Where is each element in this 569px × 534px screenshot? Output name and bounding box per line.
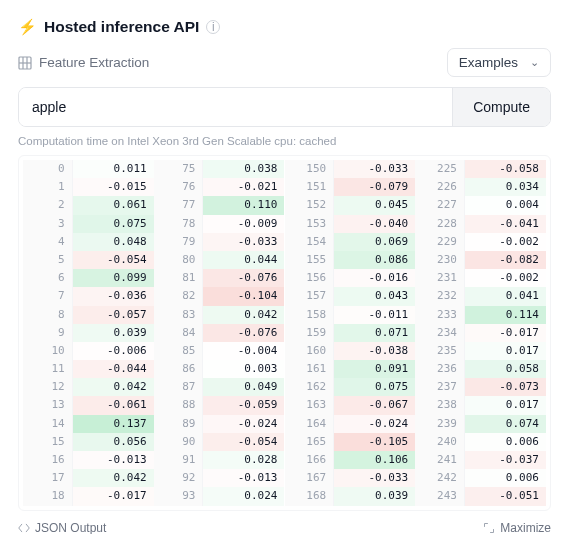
index-cell: 13: [23, 396, 73, 414]
index-cell: 11: [23, 360, 73, 378]
index-cell: 164: [285, 415, 335, 433]
index-cell: 18: [23, 487, 73, 505]
text-input[interactable]: [19, 88, 452, 126]
index-cell: 232: [415, 287, 465, 305]
value-cell: -0.040: [334, 215, 415, 233]
value-cell: 0.075: [334, 378, 415, 396]
value-cell: 0.049: [203, 378, 284, 396]
index-cell: 80: [154, 251, 204, 269]
value-cell: -0.033: [334, 160, 415, 178]
index-cell: 12: [23, 378, 73, 396]
index-cell: 229: [415, 233, 465, 251]
value-cell: -0.054: [203, 433, 284, 451]
value-cell: -0.009: [203, 215, 284, 233]
index-cell: 7: [23, 287, 73, 305]
value-cell: 0.071: [334, 324, 415, 342]
value-cell: -0.013: [203, 469, 284, 487]
value-cell: -0.104: [203, 287, 284, 305]
value-cell: -0.036: [73, 287, 154, 305]
chevron-down-icon: ⌄: [530, 56, 539, 69]
column-pair: 2252262272282292302312322332342352362372…: [415, 160, 546, 506]
value-cell: 0.075: [73, 215, 154, 233]
value-cell: -0.041: [465, 215, 546, 233]
widget-footer: JSON Output Maximize: [18, 521, 551, 534]
index-cell: 225: [415, 160, 465, 178]
value-cell: -0.016: [334, 269, 415, 287]
index-cell: 83: [154, 306, 204, 324]
value-cell: 0.039: [334, 487, 415, 505]
index-cell: 0: [23, 160, 73, 178]
index-cell: 10: [23, 342, 73, 360]
value-cell: -0.002: [465, 233, 546, 251]
index-cell: 158: [285, 306, 335, 324]
index-cell: 81: [154, 269, 204, 287]
index-cell: 228: [415, 215, 465, 233]
task-label-group: Feature Extraction: [18, 55, 149, 70]
examples-label: Examples: [459, 55, 518, 70]
index-cell: 8: [23, 306, 73, 324]
value-cell: -0.059: [203, 396, 284, 414]
value-cell: 0.114: [465, 306, 546, 324]
value-cell: 0.069: [334, 233, 415, 251]
maximize-button[interactable]: Maximize: [483, 521, 551, 534]
index-cell: 150: [285, 160, 335, 178]
value-cell: -0.057: [73, 306, 154, 324]
info-icon[interactable]: i: [206, 20, 220, 34]
value-cell: 0.058: [465, 360, 546, 378]
code-icon: [18, 522, 30, 534]
index-cell: 16: [23, 451, 73, 469]
index-cell: 2: [23, 196, 73, 214]
index-cell: 1: [23, 178, 73, 196]
value-cell: -0.024: [203, 415, 284, 433]
index-cell: 78: [154, 215, 204, 233]
index-cell: 162: [285, 378, 335, 396]
value-cell: 0.086: [334, 251, 415, 269]
index-cell: 77: [154, 196, 204, 214]
value-cell: 0.042: [203, 306, 284, 324]
index-cell: 88: [154, 396, 204, 414]
index-cell: 17: [23, 469, 73, 487]
value-cell: 0.017: [465, 342, 546, 360]
value-cell: 0.099: [73, 269, 154, 287]
index-cell: 165: [285, 433, 335, 451]
compute-button[interactable]: Compute: [452, 88, 550, 126]
value-cell: -0.021: [203, 178, 284, 196]
value-cell: -0.015: [73, 178, 154, 196]
index-cell: 236: [415, 360, 465, 378]
value-cell: 0.074: [465, 415, 546, 433]
value-cell: 0.048: [73, 233, 154, 251]
index-cell: 90: [154, 433, 204, 451]
value-cell: 0.039: [73, 324, 154, 342]
value-cell: 0.044: [203, 251, 284, 269]
widget-header: ⚡ Hosted inference API i: [18, 18, 551, 36]
value-cell: 0.042: [73, 378, 154, 396]
index-cell: 6: [23, 269, 73, 287]
value-cell: 0.006: [465, 469, 546, 487]
index-cell: 84: [154, 324, 204, 342]
value-cell: 0.042: [73, 469, 154, 487]
index-cell: 161: [285, 360, 335, 378]
value-cell: -0.017: [73, 487, 154, 505]
index-cell: 167: [285, 469, 335, 487]
value-cell: 0.091: [334, 360, 415, 378]
index-cell: 155: [285, 251, 335, 269]
input-row: Compute: [18, 87, 551, 127]
examples-dropdown[interactable]: Examples ⌄: [447, 48, 551, 77]
json-output-button[interactable]: JSON Output: [18, 521, 106, 534]
value-cell: -0.061: [73, 396, 154, 414]
index-cell: 89: [154, 415, 204, 433]
column-pair: 1501511521531541551561571581591601611621…: [285, 160, 416, 506]
value-cell: -0.076: [203, 324, 284, 342]
maximize-icon: [483, 522, 495, 534]
index-cell: 85: [154, 342, 204, 360]
json-output-label: JSON Output: [35, 521, 106, 534]
widget-title: Hosted inference API: [44, 18, 199, 36]
value-cell: 0.003: [203, 360, 284, 378]
value-cell: -0.037: [465, 451, 546, 469]
value-cell: -0.011: [334, 306, 415, 324]
index-cell: 243: [415, 487, 465, 505]
index-cell: 15: [23, 433, 73, 451]
index-cell: 241: [415, 451, 465, 469]
maximize-label: Maximize: [500, 521, 551, 534]
index-cell: 152: [285, 196, 335, 214]
